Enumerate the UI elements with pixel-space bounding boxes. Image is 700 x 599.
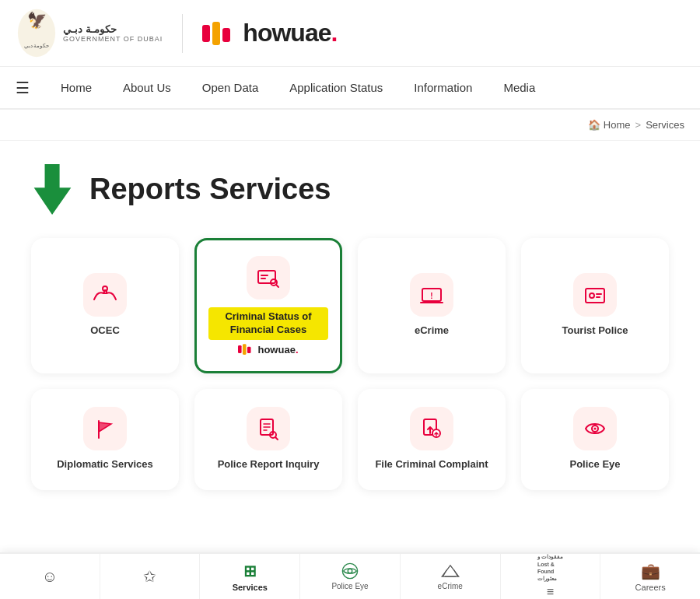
bottom-services-label: Services <box>233 583 268 592</box>
gov-emblem-icon: 🦅 حكومة دبي <box>16 8 58 58</box>
eye-icon <box>583 416 607 441</box>
card-search-icon <box>256 265 281 290</box>
bottom-police-eye-icon <box>341 562 359 580</box>
bottom-nav-bar: ☺ ✩ ⊞ Services Police Eye eCrime مفقودات… <box>0 552 700 599</box>
ecrime-icon-wrapper: ! <box>410 273 453 317</box>
section-header: Reports Services <box>31 164 669 215</box>
nav-link-opendata[interactable]: Open Data <box>187 67 275 108</box>
home-icon: 🏠 <box>588 119 600 131</box>
handshake-icon <box>93 282 117 307</box>
hamburger-menu[interactable]: ☰ <box>16 79 30 97</box>
page-header: 🦅 حكومة دبي حكومـة دبـي GOVERNMENT OF DU… <box>0 0 700 67</box>
nav-item-about[interactable]: About Us <box>107 67 187 108</box>
nav-item-home[interactable]: Home <box>45 67 107 108</box>
bottom-nav-ecrime[interactable]: eCrime <box>401 554 501 599</box>
svg-rect-13 <box>238 345 242 353</box>
down-arrow-icon <box>31 164 74 215</box>
svg-text:🦅: 🦅 <box>27 11 47 30</box>
ocec-label: OCEC <box>90 324 120 338</box>
tourist-police-label: Tourist Police <box>562 324 628 338</box>
service-card-diplomatic[interactable]: Diplomatic Services <box>31 389 179 490</box>
services-grid-wrapper: OCEC Criminal Status of Financial Cases <box>31 238 669 490</box>
ecrime-label: eCrime <box>415 324 449 338</box>
howuae-logo: howuae. <box>202 19 337 47</box>
svg-point-34 <box>342 563 357 578</box>
nav-item-media[interactable]: Media <box>488 67 551 108</box>
bottom-ecrime-label: eCrime <box>438 582 463 590</box>
breadcrumb-home-link[interactable]: Home <box>604 119 631 131</box>
howuae-watermark: howuae. <box>238 344 298 356</box>
bottom-nav-home[interactable]: ☺ <box>0 554 100 599</box>
doc-upload-icon <box>419 416 444 441</box>
bottom-nav-careers[interactable]: 💼 Careers <box>600 554 700 599</box>
diplomatic-icon-wrapper <box>83 407 127 450</box>
police-eye-icon-wrapper <box>573 407 617 450</box>
nav-item-appstatus[interactable]: Application Status <box>274 67 398 108</box>
svg-point-20 <box>590 293 594 298</box>
svg-text:!: ! <box>430 292 432 300</box>
service-card-police-report[interactable]: Police Report Inquiry <box>194 389 342 490</box>
svg-rect-8 <box>258 271 275 283</box>
service-card-ecrime[interactable]: ! eCrime <box>358 238 506 373</box>
service-card-file-criminal[interactable]: File Criminal Complaint <box>358 389 506 490</box>
nav-link-information[interactable]: Information <box>398 67 488 108</box>
bottom-services-icon: ⊞ <box>243 562 257 580</box>
bottom-nav-police-eye[interactable]: Police Eye <box>300 554 401 599</box>
gov-arabic: حكومـة دبـي <box>63 23 163 35</box>
svg-rect-15 <box>247 347 251 353</box>
nav-link-about[interactable]: About Us <box>107 67 187 108</box>
svg-rect-3 <box>202 25 210 42</box>
tourist-police-icon-wrapper <box>573 273 617 317</box>
police-report-label: Police Report Inquiry <box>218 458 320 471</box>
service-card-police-eye[interactable]: Police Eye <box>521 389 669 490</box>
service-card-criminal-status[interactable]: Criminal Status of Financial Cases howua… <box>194 238 342 373</box>
bottom-nav-lost-found[interactable]: مفقودات و Lost & Found معثورات ≡ <box>501 554 601 599</box>
nav-link-home[interactable]: Home <box>45 67 107 108</box>
ocec-icon-wrapper <box>83 273 127 317</box>
howuae-icon <box>202 22 240 45</box>
diplomatic-label: Diplomatic Services <box>57 458 153 471</box>
svg-point-7 <box>103 286 107 291</box>
section-title: Reports Services <box>89 173 331 206</box>
file-criminal-icon-wrapper <box>410 407 453 450</box>
gov-english: GOVERNMENT OF DUBAI <box>63 35 163 43</box>
government-logo: 🦅 حكومة دبي حكومـة دبـي GOVERNMENT OF DU… <box>16 8 163 58</box>
svg-rect-5 <box>222 28 230 42</box>
police-eye-label: Police Eye <box>569 458 620 471</box>
bottom-lost-found-icon: مفقودات و Lost & Found معثورات <box>537 554 563 583</box>
header-divider <box>182 14 183 53</box>
doc-search-icon <box>256 416 281 441</box>
nav-link-media[interactable]: Media <box>488 67 551 108</box>
main-content: Reports Services OCEC <box>0 141 700 513</box>
nav-links-list: Home About Us Open Data Application Stat… <box>45 67 551 108</box>
howuae-wordmark: howuae. <box>243 19 337 47</box>
svg-rect-4 <box>212 22 220 45</box>
nav-link-appstatus[interactable]: Application Status <box>274 67 398 108</box>
service-card-tourist-police[interactable]: Tourist Police <box>521 238 669 373</box>
laptop-alert-icon: ! <box>419 282 444 307</box>
svg-text:حكومة دبي: حكومة دبي <box>24 43 50 49</box>
nav-item-information[interactable]: Information <box>398 67 488 108</box>
bottom-careers-label: Careers <box>635 583 666 592</box>
breadcrumb: 🏠 Home > Services <box>0 110 700 141</box>
bottom-lost-found-lines-icon: ≡ <box>547 585 554 599</box>
services-grid: OCEC Criminal Status of Financial Cases <box>31 238 669 490</box>
breadcrumb-current: Services <box>646 119 684 131</box>
svg-line-29 <box>275 437 278 440</box>
bottom-ecrime-icon <box>441 562 460 580</box>
service-card-ocec[interactable]: OCEC <box>31 238 179 373</box>
main-navbar: ☰ Home About Us Open Data Application St… <box>0 67 700 110</box>
flag-icon <box>93 416 117 441</box>
breadcrumb-separator: > <box>635 119 642 131</box>
svg-point-35 <box>348 569 352 573</box>
logos-container: 🦅 حكومة دبي حكومـة دبـي GOVERNMENT OF DU… <box>16 8 337 58</box>
svg-line-12 <box>276 285 278 287</box>
id-card-icon <box>583 282 607 307</box>
bottom-nav-star[interactable]: ✩ <box>100 554 201 599</box>
bottom-nav-services[interactable]: ⊞ Services <box>200 554 300 599</box>
bottom-careers-icon: 💼 <box>641 562 660 580</box>
bottom-star-icon: ✩ <box>143 567 156 586</box>
nav-item-opendata[interactable]: Open Data <box>187 67 275 108</box>
bottom-police-eye-label: Police Eye <box>331 582 368 590</box>
svg-rect-14 <box>243 344 247 355</box>
